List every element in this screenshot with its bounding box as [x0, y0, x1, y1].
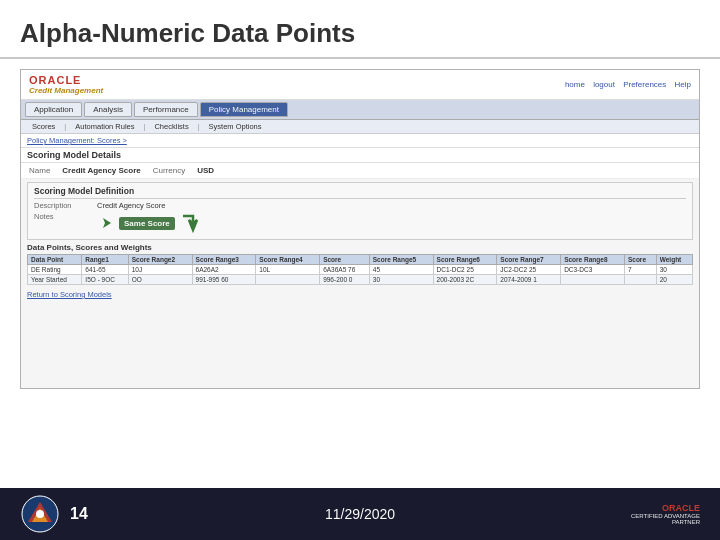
nav-logout-link[interactable]: logout [593, 80, 615, 89]
oracle-logo: ORACLE Credit Management [29, 74, 103, 95]
same-score-annotation: Same Score [119, 217, 175, 230]
subnav-checklists[interactable]: Checklists [149, 121, 193, 132]
oracle-app-frame: ORACLE Credit Management home logout Pre… [20, 69, 700, 389]
col-range5: Score Range5 [369, 255, 433, 265]
cell-range2: 6A26A2 [192, 265, 256, 275]
cell-score2: 10J [128, 265, 192, 275]
content-area: ORACLE Credit Management home logout Pre… [0, 59, 720, 485]
return-link[interactable]: Return to Scoring Models [21, 287, 699, 302]
table-row: DE Rating 641-65 10J 6A26A2 10L 6A36A5 7… [28, 265, 693, 275]
cell-range3: 6A36A5 76 [320, 265, 370, 275]
oracle-cert-badge: ORACLE CERTIFIED ADVANTAGE PARTNER [631, 503, 700, 525]
data-points-section: Data Points, Scores and Weights Data Poi… [27, 243, 693, 285]
oracle-navtabs: Application Analysis Performance Policy … [21, 100, 699, 120]
definition-box: Scoring Model Definition Description Cre… [27, 182, 693, 240]
col-score-range3: Score Range3 [192, 255, 256, 265]
col-range8: Score Range8 [561, 255, 625, 265]
subnav-system-options[interactable]: System Options [204, 121, 267, 132]
bottom-date: 11/29/2020 [325, 506, 395, 522]
bottom-bar: 14 11/29/2020 ORACLE CERTIFIED ADVANTAGE… [0, 488, 720, 540]
nav-help-link[interactable]: Help [675, 80, 691, 89]
oracle-breadcrumb[interactable]: Policy Management: Scores > [21, 134, 699, 148]
notes-label: Notes [34, 212, 89, 221]
description-value: Credit Agency Score [97, 201, 165, 210]
cell-score7: 7 [624, 265, 656, 275]
cell-range4: DC1-DC2 25 [433, 265, 497, 275]
oracle-cert-text: ORACLE CERTIFIED ADVANTAGE PARTNER [631, 503, 700, 525]
rapidigm-logo [20, 494, 60, 534]
name-value: Credit Agency Score [62, 166, 140, 175]
arrow-left-icon [97, 214, 115, 232]
page-number: 14 [70, 505, 88, 523]
col-data-point: Data Point [28, 255, 82, 265]
name-label: Name [29, 166, 50, 175]
col-score: Score [624, 255, 656, 265]
tab-analysis[interactable]: Analysis [84, 102, 132, 117]
table-row: Year Started I5O - 9OC OO 991-995 60 996… [28, 275, 693, 285]
cell-range5: 2074-2009 1 [497, 275, 561, 285]
cell-range4: 200-2003 2C [433, 275, 497, 285]
cell-range2: 991-995 60 [192, 275, 256, 285]
oracle-subnav: Scores | Automation Rules | Checklists |… [21, 120, 699, 134]
oracle-cert-logo: ORACLE [631, 503, 700, 513]
col-score-range2: Score Range2 [128, 255, 192, 265]
cell-score4: 45 [369, 265, 433, 275]
oracle-topbar: ORACLE Credit Management home logout Pre… [21, 70, 699, 100]
bottom-left: 14 [20, 494, 88, 534]
col-range6: Score Range6 [433, 255, 497, 265]
definition-description-row: Description Credit Agency Score [34, 201, 686, 210]
cell-score7 [624, 275, 656, 285]
cell-data-point: Year Started [28, 275, 82, 285]
col-range1: Range1 [82, 255, 128, 265]
arrow-down-right-icon [179, 212, 201, 234]
section-title: Scoring Model Details [21, 148, 699, 163]
cell-range1: I5O - 9OC [82, 275, 128, 285]
currency-label: Currency [153, 166, 185, 175]
tab-performance[interactable]: Performance [134, 102, 198, 117]
cell-range5: JC2-DC2 25 [497, 265, 561, 275]
data-points-title: Data Points, Scores and Weights [27, 243, 693, 252]
nav-home-link[interactable]: home [565, 80, 585, 89]
tab-application[interactable]: Application [25, 102, 82, 117]
cell-range3: 996-200 0 [320, 275, 370, 285]
definition-notes-row: Notes Same Score [34, 212, 686, 234]
cell-range6: DC3-DC3 [561, 265, 625, 275]
subnav-scores[interactable]: Scores [27, 121, 60, 132]
cell-range6 [561, 275, 625, 285]
data-points-table: Data Point Range1 Score Range2 Score Ran… [27, 254, 693, 285]
notes-value: Same Score [97, 212, 201, 234]
info-row: Name Credit Agency Score Currency USD [21, 163, 699, 179]
cell-weight: 20 [656, 275, 692, 285]
col-score-range4: Score Range4 [256, 255, 320, 265]
cell-data-point: DE Rating [28, 265, 82, 275]
oracle-logo-sub: Credit Management [29, 86, 103, 95]
oracle-nav-links: home logout Preferences Help [559, 80, 691, 89]
oracle-logo-text: ORACLE [29, 74, 103, 86]
slide-title: Alpha-Numeric Data Points [0, 0, 720, 59]
cell-score4: 30 [369, 275, 433, 285]
currency-value: USD [197, 166, 214, 175]
nav-preferences-link[interactable]: Preferences [623, 80, 666, 89]
oracle-cert-line3: PARTNER [631, 519, 700, 525]
subnav-automation-rules[interactable]: Automation Rules [70, 121, 139, 132]
col-score5: Score [320, 255, 370, 265]
cell-weight: 30 [656, 265, 692, 275]
table-header-row: Data Point Range1 Score Range2 Score Ran… [28, 255, 693, 265]
tab-policy-management[interactable]: Policy Management [200, 102, 288, 117]
description-label: Description [34, 201, 89, 210]
cell-range1: 641-65 [82, 265, 128, 275]
cell-score2: OO [128, 275, 192, 285]
definition-title: Scoring Model Definition [34, 186, 686, 199]
svg-point-4 [36, 510, 44, 518]
col-range7: Score Range7 [497, 255, 561, 265]
cell-score3 [256, 275, 320, 285]
cell-score3: 10L [256, 265, 320, 275]
col-weight: Weight [656, 255, 692, 265]
